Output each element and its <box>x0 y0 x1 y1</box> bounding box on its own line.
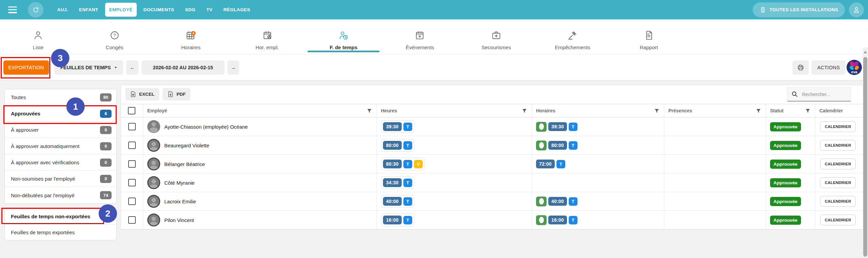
filter-icon[interactable] <box>756 109 761 113</box>
tab-secourismes[interactable]: Secourismes <box>458 19 534 54</box>
filter-icon[interactable] <box>805 109 810 113</box>
row-checkbox[interactable] <box>128 142 136 149</box>
hours-group[interactable]: 80:00T <box>381 139 414 152</box>
eva-logo[interactable]: eva <box>847 60 862 75</box>
column-header-heures[interactable]: Heures <box>377 104 532 117</box>
employee-name[interactable]: Bélanger Béatrice <box>164 161 205 167</box>
filter-approuvees[interactable]: Approuvées 6 <box>5 106 116 122</box>
presences-cell <box>664 155 766 173</box>
row-checkbox[interactable] <box>128 123 136 130</box>
tab-rapport[interactable]: Rapport <box>611 19 687 54</box>
tab-label: Secourismes <box>481 44 511 50</box>
row-checkbox[interactable] <box>128 198 136 205</box>
exportation-button[interactable]: EXPORTATION <box>3 60 49 75</box>
hours-group[interactable]: 34:30T <box>381 176 414 189</box>
calendar-button[interactable]: CALENDRIER <box>820 177 856 188</box>
print-button[interactable] <box>792 60 809 75</box>
tab-f-de-temps[interactable]: F. de temps <box>305 19 382 54</box>
previous-period-button[interactable]: ← <box>126 60 138 75</box>
table-row: Bélanger Béatrice 80:30TV 72:00T Approuv… <box>121 155 863 173</box>
all-installations-button[interactable]: TOUTES LES INSTALLATIONS <box>753 2 845 17</box>
select-all-checkbox[interactable] <box>128 107 135 114</box>
filter-non-soumises[interactable]: Non-soumises par l'employé 0 <box>5 171 116 187</box>
profile-button[interactable] <box>849 2 864 17</box>
scrollbar-up-arrow-icon[interactable] <box>864 51 867 53</box>
row-checkbox[interactable] <box>128 216 136 224</box>
search-input[interactable] <box>802 92 843 97</box>
schedule-group[interactable]: 72:00T <box>536 160 565 168</box>
employee-name[interactable]: Ayotte-Chiasson (employée) Océane <box>164 124 248 130</box>
filter-label: À approuver avec vérifications <box>11 160 79 165</box>
calendar-button[interactable]: CALENDRIER <box>820 121 856 132</box>
column-header-calendrier[interactable]: Calendrier <box>815 104 863 117</box>
count-badge: 74 <box>100 191 112 199</box>
filter-icon[interactable] <box>654 109 659 113</box>
tab-conges[interactable]: ? Congés <box>76 19 152 54</box>
hours-group[interactable]: 16:00T <box>381 214 414 226</box>
column-header-presences[interactable]: Présences <box>664 104 766 117</box>
column-label: Calendrier <box>819 108 843 113</box>
employee-name[interactable]: Beauregard Violette <box>164 143 209 148</box>
schedule-group[interactable]: 39:30T <box>536 122 578 132</box>
menu-item-enfant[interactable]: ENFANT <box>75 3 102 17</box>
menu-item-tv[interactable]: TV <box>202 3 217 17</box>
pdf-button[interactable]: PDF <box>163 88 190 100</box>
hours-group[interactable]: 40:00T <box>381 195 414 208</box>
filter-non-debutees[interactable]: Non-débutées par l'employé 74 <box>5 187 116 203</box>
calendar-button[interactable]: CALENDRIER <box>820 159 856 169</box>
schedule-group[interactable]: 80:00T <box>536 141 578 150</box>
t-badge: T <box>569 141 578 150</box>
filter-exportees[interactable]: Feuilles de temps exportées <box>5 224 116 240</box>
calendar-button[interactable]: CALENDRIER <box>820 140 856 151</box>
tab-hor-empl[interactable]: Hor. empl. <box>229 19 305 54</box>
filter-label: Non-débutées par l'employé <box>11 192 74 198</box>
employee-name[interactable]: Côté Myranie <box>164 180 195 186</box>
filter-non-exportees[interactable]: Feuilles de temps non-exportées <box>5 209 116 224</box>
tab-horaires[interactable]: ★ Horaires <box>153 19 229 54</box>
row-checkbox[interactable] <box>128 179 136 186</box>
scrollbar-thumb[interactable] <box>863 57 867 257</box>
filter-icon[interactable] <box>367 109 372 113</box>
refresh-button[interactable] <box>28 2 44 18</box>
menu-item-sdg[interactable]: SDG <box>181 3 199 17</box>
column-header-horaires[interactable]: Horaires <box>532 104 664 117</box>
tab-label: Rapport <box>640 44 658 50</box>
filter-a-approuver-avec-verifications[interactable]: À approuver avec vérifications 0 <box>5 154 116 171</box>
actions-button[interactable]: ACTIONS <box>812 60 846 75</box>
menu-item-employe[interactable]: EMPLOYÉ <box>105 3 137 17</box>
column-header-statut[interactable]: Statut <box>766 104 815 117</box>
filter-icon[interactable] <box>522 109 527 113</box>
filter-toutes[interactable]: Toutes 80 <box>5 89 116 106</box>
menu-item-reglages[interactable]: RÉGLAGES <box>219 3 254 17</box>
menu-item-documents[interactable]: DOCUMENTS <box>139 3 179 17</box>
date-range-button[interactable]: 2026-02-02 AU 2026-02-15 <box>141 60 224 75</box>
calendar-button[interactable]: CALENDRIER <box>820 196 856 207</box>
excel-button[interactable]: EXCEL <box>125 88 159 100</box>
person-icon <box>33 30 43 40</box>
row-checkbox[interactable] <box>128 160 136 168</box>
tab-liste[interactable]: Liste <box>0 19 76 54</box>
status-badge: Approuvée <box>770 197 801 206</box>
schedule-group[interactable]: 16:00T <box>536 215 578 225</box>
filter-a-approuver-automatiquement[interactable]: À approuver automatiquement 0 <box>5 138 116 154</box>
tab-empechements[interactable]: Empêchements <box>534 19 611 54</box>
hours-group[interactable]: 39:30T <box>381 120 414 133</box>
view-selector-dropdown[interactable]: FEUILLES DE TEMPS ▼ <box>54 60 123 75</box>
schedule-total-badge: 16:00 <box>548 216 567 224</box>
table-row: Beauregard Violette 80:00T 80:00T Approu… <box>121 136 863 155</box>
next-period-button[interactable]: → <box>228 60 239 75</box>
tab-evenements[interactable]: Événements <box>382 19 458 54</box>
filter-a-approuver[interactable]: À approuver 0 <box>5 122 116 138</box>
calendar-button[interactable]: CALENDRIER <box>820 215 856 225</box>
status-badge: Approuvée <box>770 216 801 225</box>
employee-name[interactable]: Pilon Vincent <box>164 217 194 223</box>
schedule-group[interactable]: 40:00T <box>536 197 578 206</box>
employee-name[interactable]: Lacroix Emilie <box>164 199 196 204</box>
hamburger-menu-icon[interactable] <box>8 6 17 13</box>
vertical-scrollbar[interactable] <box>863 48 868 258</box>
presence-indicator <box>536 197 547 206</box>
column-header-employe[interactable]: Employé <box>143 104 377 117</box>
hours-group[interactable]: 80:30TV <box>381 158 425 170</box>
menu-item-auj[interactable]: AUJ. <box>53 3 72 17</box>
presence-indicator <box>536 215 547 225</box>
